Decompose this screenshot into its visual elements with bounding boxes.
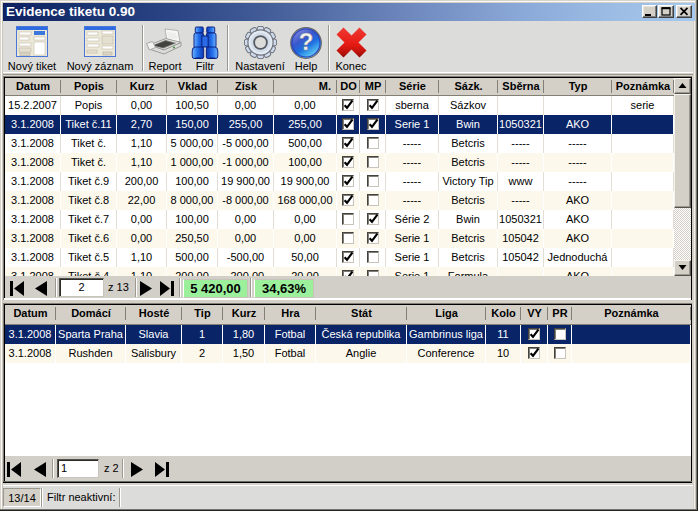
svg-text:?: ? — [299, 28, 314, 55]
